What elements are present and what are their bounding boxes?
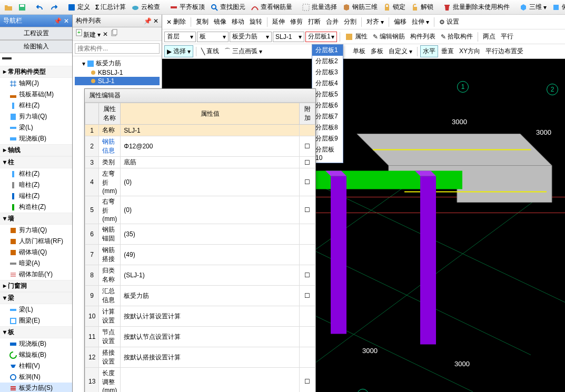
property-row[interactable]: 11节点设置按默认节点设置计算: [85, 327, 315, 347]
dropdown-item[interactable]: 分层板7: [312, 111, 343, 122]
component-search-input[interactable]: [75, 43, 160, 54]
copy-component-icon[interactable]: [110, 29, 118, 39]
xy-direction-button[interactable]: XY方向: [457, 46, 482, 57]
tree-item-slj1[interactable]: SLJ-1: [75, 77, 160, 85]
property-row[interactable]: 3类别底筋☐: [85, 157, 315, 168]
trim-button[interactable]: 修剪: [288, 16, 305, 27]
dropdown-item[interactable]: 分层板10: [312, 144, 343, 163]
select-tool-button[interactable]: ▶ 选择 ▾: [164, 45, 193, 57]
align-button[interactable]: 对齐 ▾: [364, 16, 386, 27]
close-icon[interactable]: ✕: [64, 17, 69, 25]
lock-button[interactable]: 锁定: [381, 2, 408, 13]
rebar-3d-button[interactable]: 钢筋三维: [340, 2, 380, 13]
multi-slab-button[interactable]: 多板: [369, 46, 385, 57]
nav-group-axis[interactable]: ▸ 轴线: [0, 144, 72, 156]
layer-select[interactable]: 分层板1 ▾: [305, 32, 337, 42]
nav-item-slabrebar[interactable]: 板受力筋(S): [0, 383, 72, 392]
dropdown-item[interactable]: 分层板1: [312, 45, 343, 56]
nav-item-framecol[interactable]: 框柱(Z): [0, 100, 72, 111]
move-button[interactable]: 移动: [230, 16, 246, 27]
nav-item-colcap[interactable]: 柱帽(V): [0, 360, 72, 371]
cloud-check-button[interactable]: 云检查: [129, 2, 162, 13]
vertical-button[interactable]: 垂直: [439, 46, 456, 57]
find-element-button[interactable]: 查找图元: [208, 2, 247, 13]
custom-button[interactable]: 自定义 ▾: [386, 46, 414, 57]
dropdown-item[interactable]: 分层板5: [312, 89, 343, 100]
dropdown-item[interactable]: 分层板6: [312, 100, 343, 111]
nav-group-slab[interactable]: ▾ 板: [0, 326, 72, 338]
line-tool-button[interactable]: ╲ 直线: [199, 46, 221, 57]
category-select[interactable]: 板 ▾: [197, 32, 229, 42]
nav-item-castslab[interactable]: 现浇板(B): [0, 133, 72, 144]
parallel-button[interactable]: 平行: [499, 31, 516, 42]
unlock-button[interactable]: 解锁: [409, 2, 435, 13]
3d-view-button[interactable]: 三维 ▾: [517, 2, 549, 13]
type-select[interactable]: 板受力筋 ▾: [230, 32, 272, 42]
component-list-button[interactable]: 构件列表: [408, 31, 438, 42]
property-row[interactable]: 5右弯折(mm)(0)☐: [85, 196, 315, 224]
property-row[interactable]: 8归类名称(SLJ-1)☐: [85, 265, 315, 286]
split-button[interactable]: 分割: [342, 16, 359, 27]
save-icon[interactable]: [16, 2, 28, 13]
nav-item-shearwall2[interactable]: 剪力墙(Q): [0, 225, 72, 236]
nav-item-masonry[interactable]: 砌体墙(Q): [0, 247, 72, 258]
tree-item-kbslj1[interactable]: KBSLJ-1: [75, 68, 160, 77]
nav-item-beam2[interactable]: 梁(L): [0, 304, 72, 315]
property-row[interactable]: 7钢筋搭接(49): [85, 245, 315, 265]
extend-button[interactable]: 延伸: [270, 16, 287, 27]
settings-button[interactable]: ⚙ 设置: [437, 16, 461, 27]
pick-component-button[interactable]: ✎ 拾取构件: [439, 31, 475, 42]
nav-item-axisnet[interactable]: 轴网(J): [0, 78, 72, 89]
stretch-button[interactable]: 拉伸 ▾: [410, 16, 431, 27]
property-row[interactable]: 13长度调整(mm)☐: [85, 368, 315, 393]
nav-item-hiddenbeam[interactable]: 暗梁(A): [0, 258, 72, 269]
open-icon[interactable]: [2, 2, 15, 13]
copy-button[interactable]: 复制: [194, 16, 211, 27]
delete-component-icon[interactable]: ✕: [103, 31, 108, 38]
property-row[interactable]: 2钢筋信息Φ12@200☐: [85, 136, 315, 157]
pin-icon[interactable]: 📌: [54, 17, 62, 25]
flat-top-button[interactable]: 平齐板顶: [167, 2, 207, 13]
top-view-button[interactable]: 俯视: [550, 2, 565, 13]
sum-calc-button[interactable]: Σ 汇总计算: [93, 2, 128, 13]
single-slab-button[interactable]: 单板: [351, 46, 368, 57]
undo-icon[interactable]: [34, 2, 46, 13]
nav-group-common[interactable]: ▸ 常用构件类型: [0, 66, 72, 78]
arc-tool-button[interactable]: ⌒ 三点画弧 ▾: [222, 46, 264, 57]
dropdown-item[interactable]: 分层板8: [312, 122, 343, 133]
tree-root[interactable]: ▾ 板受力筋: [75, 58, 160, 68]
edge-layout-button[interactable]: 平行边布置受: [483, 46, 526, 57]
nav-group-opening[interactable]: ▸ 门窗洞: [0, 280, 72, 292]
dropdown-item[interactable]: 分层板9: [312, 133, 343, 144]
batch-delete-button[interactable]: 批量删除未使用构件: [441, 2, 512, 13]
nav-item-spiralslab[interactable]: 螺旋板(B): [0, 349, 72, 360]
nav-item-framecol2[interactable]: 框柱(Z): [0, 168, 72, 179]
nav-group-column[interactable]: ▾ 柱: [0, 156, 72, 168]
offset-button[interactable]: 偏移: [392, 16, 409, 27]
property-row[interactable]: 10计算设置按默认计算设置计算: [85, 306, 315, 327]
nav-item-masonryrebar[interactable]: 砌体加筋(Y): [0, 269, 72, 280]
nav-item-structcol[interactable]: 构造柱(Z): [0, 202, 72, 213]
nav-item-castslab2[interactable]: 现浇板(B): [0, 338, 72, 349]
nav-item-beam[interactable]: 梁(L): [0, 122, 72, 133]
property-row[interactable]: 6钢筋锚固(35): [85, 224, 315, 245]
nav-group-wall[interactable]: ▾ 墙: [0, 213, 72, 225]
new-component-button[interactable]: +新建 ▾: [75, 28, 101, 39]
edit-rebar-button[interactable]: ✎ 编辑钢筋: [371, 31, 407, 42]
batch-select-button[interactable]: 批量选择: [300, 2, 339, 13]
nav-item-ringbeam[interactable]: 圈梁(E): [0, 315, 72, 326]
merge-button[interactable]: 合并: [324, 16, 341, 27]
redo-icon[interactable]: [47, 2, 60, 13]
nav-item-shearwall[interactable]: 剪力墙(Q): [0, 111, 72, 122]
property-row[interactable]: 12搭接设置按默认搭接设置计算: [85, 347, 315, 368]
view-rebar-button[interactable]: 查看钢筋量: [249, 2, 294, 13]
property-row[interactable]: 9汇总信息板受力筋☐: [85, 286, 315, 306]
property-row[interactable]: 4左弯折(mm)(0)☐: [85, 168, 315, 196]
rotate-button[interactable]: 旋转: [247, 16, 264, 27]
two-point-button[interactable]: 两点: [481, 31, 498, 42]
delete-button[interactable]: ✕ 删除: [164, 16, 188, 27]
nav-group-beam[interactable]: ▾ 梁: [0, 292, 72, 304]
nav-item-raftbase[interactable]: 筏板基础(M): [0, 89, 72, 100]
nav-item-slabhole[interactable]: 板洞(N): [0, 371, 72, 383]
pin-icon[interactable]: 📌: [144, 17, 152, 25]
